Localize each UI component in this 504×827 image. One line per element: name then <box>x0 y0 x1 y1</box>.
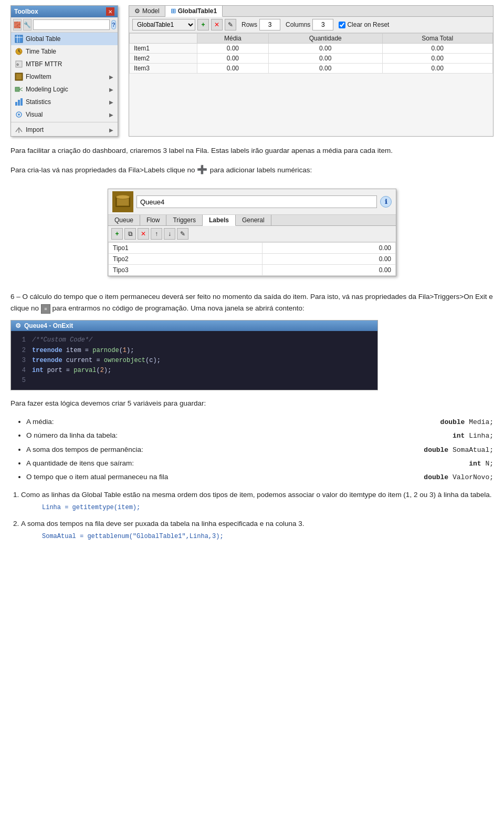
queue-down-button[interactable]: ↓ <box>164 228 175 240</box>
queue-tab-labels[interactable]: Labels <box>203 215 236 226</box>
bullet-list: A média: double Media; O número da linha… <box>26 416 494 484</box>
svg-rect-10 <box>16 74 22 79</box>
toolbox-item-statistics[interactable]: Statistics ▶ <box>11 96 118 108</box>
code-line-1: 1 /**Custom Code*/ <box>17 335 371 345</box>
col-header-empty <box>130 34 197 44</box>
gt-columns-input[interactable] <box>312 19 333 30</box>
gt-rows-input[interactable] <box>259 19 280 30</box>
queue-add-button[interactable]: + <box>111 228 123 240</box>
gt-select[interactable]: GlobalTable1 <box>132 19 195 30</box>
cell-media: 0.00 <box>197 64 268 74</box>
toolbox-window: Toolbox ✕ 🧱 🔧 ? Global Table <box>10 5 118 137</box>
bullet-text: A média: <box>26 416 194 428</box>
toolbox-item-label: Modeling Logic <box>26 86 68 93</box>
toolbox-toolbar: 🧱 🔧 ? <box>11 17 118 33</box>
toolbox-close-button[interactable]: ✕ <box>106 7 114 16</box>
gt-tab-icon: ⊞ <box>171 7 176 15</box>
bullet-row: O tempo que o item atual permaneceu na f… <box>26 471 494 483</box>
gt-add-button[interactable]: + <box>197 19 209 30</box>
code-titlebar: ⚙ Queue4 - OnExit <box>11 321 377 331</box>
code-grid-icon: ≡ <box>41 304 50 314</box>
svg-rect-0 <box>15 35 23 43</box>
col-header-media: Média <box>197 34 268 44</box>
cell-quantidade: 0.00 <box>268 54 382 64</box>
label-name: Tipo2 <box>109 254 262 265</box>
queue-tab-triggers[interactable]: Triggers <box>166 215 203 225</box>
toolbox-icon-1[interactable]: 🧱 <box>13 19 22 30</box>
cell-media: 0.00 <box>197 54 268 64</box>
flowitem-icon <box>14 72 24 81</box>
toolbox-item-import[interactable]: Import ▶ <box>11 123 118 136</box>
list-item: A quantidade de itens que saíram: int N; <box>26 457 494 470</box>
row-name: Item3 <box>130 64 197 74</box>
gt-columns-label: Columns <box>286 21 310 28</box>
toolbox-icon-2[interactable]: 🔧 <box>23 19 32 30</box>
global-table-tabs: ⚙ Model ⊞ GlobalTable1 <box>129 6 493 17</box>
toolbox-titlebar: Toolbox ✕ <box>11 6 118 17</box>
label-value: 0.00 <box>262 254 396 265</box>
paragraph-3: 6 – O cálculo do tempo que o item perman… <box>10 291 494 314</box>
toolbox-item-flowitem[interactable]: FlowItem ▶ <box>11 70 118 83</box>
svg-point-22 <box>116 195 130 199</box>
toolbox-item-label: Statistics <box>26 98 51 106</box>
queue-copy-button[interactable]: ⧉ <box>124 228 136 240</box>
gt-edit-button[interactable]: ✎ <box>225 19 236 30</box>
top-section: Toolbox ✕ 🧱 🔧 ? Global Table <box>10 5 494 137</box>
modeling-logic-arrow: ▶ <box>109 87 113 92</box>
code-line-3: 3 treenode current = ownerobject(c); <box>17 356 371 366</box>
svg-rect-16 <box>20 98 23 106</box>
list-item: O número da linha da tabela: int Linha; <box>26 429 494 442</box>
model-tab-icon: ⚙ <box>134 7 140 15</box>
gt-clear-on-reset-text: Clear on Reset <box>347 21 389 28</box>
toolbox-item-visual[interactable]: Visual ▶ <box>11 108 118 121</box>
list-item: A soma dos tempos na fila deve ser puxad… <box>21 518 494 542</box>
import-arrow: ▶ <box>109 127 113 133</box>
visual-icon <box>14 110 24 119</box>
svg-line-13 <box>19 89 23 91</box>
queue-up-button[interactable]: ↑ <box>151 228 162 240</box>
svg-rect-14 <box>15 102 17 106</box>
row-name: Item1 <box>130 44 197 54</box>
queue-box-icon <box>112 191 133 212</box>
code-snippet-2: SomaAtual = gettablenum("GlobalTable1",L… <box>42 531 494 542</box>
bullet-row: A quantidade de itens que saíram: int N; <box>26 457 494 470</box>
queue-edit-button[interactable]: ✎ <box>177 228 188 240</box>
table-row: Item2 0.00 0.00 0.00 <box>130 54 493 64</box>
code-body: 1 /**Custom Code*/ 2 treenode item = par… <box>11 331 377 390</box>
code-window-title: Queue4 - OnExit <box>24 322 73 329</box>
gt-delete-button[interactable]: ✕ <box>211 19 223 30</box>
gt-clear-on-reset-checkbox[interactable] <box>339 22 345 28</box>
list-item: O tempo que o item atual permaneceu na f… <box>26 471 494 483</box>
tab-model[interactable]: ⚙ Model <box>129 6 165 16</box>
svg-rect-15 <box>18 100 20 106</box>
code-window: ⚙ Queue4 - OnExit 1 /**Custom Code*/ 2 t… <box>10 320 378 390</box>
toolbox-search-input[interactable] <box>33 19 110 30</box>
queue-delete-button[interactable]: ✕ <box>138 228 149 240</box>
gt-clear-on-reset-label: Clear on Reset <box>339 21 389 28</box>
queue-name-input[interactable] <box>136 195 377 208</box>
cell-media: 0.00 <box>197 44 268 54</box>
toolbox-item-modeling-logic[interactable]: Modeling Logic ▶ <box>11 83 118 96</box>
paragraph-1: Para facilitar a criação do dashboard, c… <box>10 145 494 157</box>
tab-global-table[interactable]: ⊞ GlobalTable1 <box>165 6 223 17</box>
modeling-logic-icon <box>14 85 24 94</box>
paragraph-4: Para fazer esta lógica devemos criar 5 v… <box>10 398 494 409</box>
label-value: 0.00 <box>262 243 396 254</box>
gt-tab-label: GlobalTable1 <box>178 7 217 15</box>
toolbox-item-time-table[interactable]: Time Table <box>11 45 118 58</box>
toolbox-item-mtbf[interactable]: ⚙ MTBF MTTR <box>11 58 118 70</box>
queue-tab-general[interactable]: General <box>236 215 271 225</box>
bullet-text: O tempo que o item atual permaneceu na f… <box>26 471 194 483</box>
toolbox-title: Toolbox <box>14 8 38 15</box>
toolbox-item-label: Time Table <box>26 48 56 55</box>
toolbox-help-button[interactable]: ? <box>111 20 116 29</box>
statistics-icon <box>14 97 24 107</box>
toolbox-item-global-table[interactable]: Global Table <box>11 33 118 45</box>
global-table-panel: ⚙ Model ⊞ GlobalTable1 GlobalTable1 + ✕ … <box>129 5 494 137</box>
global-table-toolbar: GlobalTable1 + ✕ ✎ Rows Columns Clear on… <box>129 17 493 33</box>
bullet-code: int N; <box>469 458 494 470</box>
queue-tab-queue[interactable]: Queue <box>108 215 140 225</box>
queue-info-button[interactable]: ℹ <box>380 196 392 208</box>
label-name: Tipo1 <box>109 243 262 254</box>
queue-tab-flow[interactable]: Flow <box>140 215 166 225</box>
